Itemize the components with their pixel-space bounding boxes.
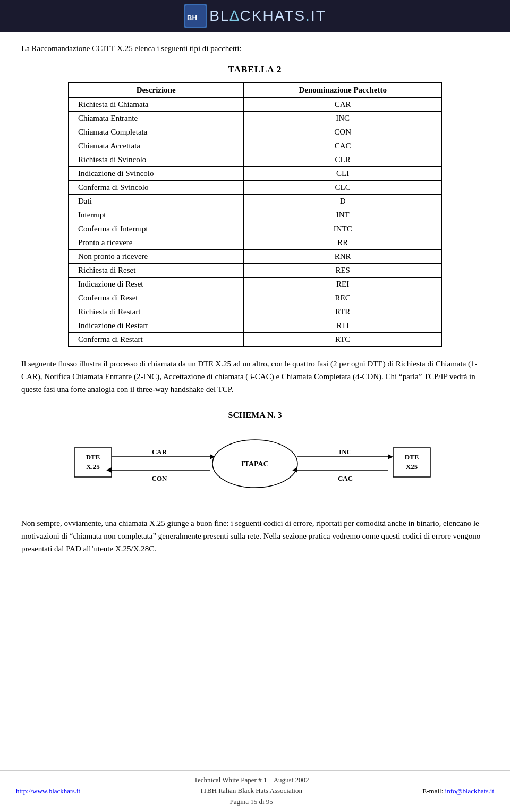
table-row: Chiamata AccettataCAC <box>69 139 442 153</box>
table-row: Conferma di ResetREC <box>69 291 442 305</box>
table-row: Conferma di InterruptINTC <box>69 222 442 236</box>
svg-text:ITAPAC: ITAPAC <box>241 460 269 468</box>
table-cell-denominazione: CLI <box>244 166 442 180</box>
footer-email-link[interactable]: info@blackhats.it <box>445 787 494 795</box>
table-cell-descrizione: Richiesta di Svincolo <box>69 153 244 166</box>
table-row: Conferma di RestartRTC <box>69 332 442 346</box>
table-cell-denominazione: CON <box>244 125 442 139</box>
table-cell-descrizione: Conferma di Restart <box>69 332 244 346</box>
table-row: DatiD <box>69 194 442 208</box>
table-cell-denominazione: INC <box>244 111 442 125</box>
footer-left[interactable]: http://www.blackhats.it <box>16 787 80 796</box>
table-row: Richiesta di RestartRTR <box>69 305 442 319</box>
packet-table: Descrizione Denominazione Pacchetto Rich… <box>68 82 442 347</box>
svg-text:BH: BH <box>187 14 197 22</box>
footer-center-line2: ITBH Italian Black Hats Association <box>80 785 422 797</box>
footer-center: Technical White Paper # 1 – August 2002 … <box>80 775 422 808</box>
logo-icon: BH <box>184 4 207 28</box>
schema-svg: DTE X.25 CAR CON ITAPAC INC CAC DTE <box>69 432 441 501</box>
table-cell-denominazione: REI <box>244 277 442 291</box>
table-cell-descrizione: Chiamata Entrante <box>69 111 244 125</box>
main-content: La Raccomandazione CCITT X.25 elenca i s… <box>0 32 510 608</box>
footer-center-line1: Technical White Paper # 1 – August 2002 <box>80 775 422 786</box>
page-footer: http://www.blackhats.it Technical White … <box>0 770 510 812</box>
table-cell-descrizione: Chiamata Accettata <box>69 139 244 153</box>
table-row: Pronto a ricevereRR <box>69 236 442 249</box>
footer-right: E-mail: info@blackhats.it <box>422 787 494 796</box>
col-descrizione-header: Descrizione <box>69 82 244 97</box>
footer-left-link[interactable]: http://www.blackhats.it <box>16 787 80 795</box>
table-cell-denominazione: RTI <box>244 319 442 332</box>
table-title: TABELLA 2 <box>21 64 489 75</box>
svg-marker-14 <box>388 454 393 459</box>
svg-text:INC: INC <box>339 448 352 456</box>
svg-text:CON: CON <box>152 474 168 482</box>
table-row: Indicazione di SvincoloCLI <box>69 166 442 180</box>
table-cell-descrizione: Conferma di Reset <box>69 291 244 305</box>
schema-diagram: DTE X.25 CAR CON ITAPAC INC CAC DTE <box>21 432 489 501</box>
svg-text:DTE: DTE <box>86 453 100 461</box>
table-cell-denominazione: RTR <box>244 305 442 319</box>
table-cell-descrizione: Indicazione di Reset <box>69 277 244 291</box>
footer-email-label: E-mail: <box>422 787 445 795</box>
table-cell-descrizione: Richiesta di Reset <box>69 263 244 277</box>
logo-text: BL∆CKHATS.IT <box>209 7 326 24</box>
table-cell-denominazione: RR <box>244 236 442 249</box>
svg-text:DTE: DTE <box>405 453 419 461</box>
table-cell-denominazione: RNR <box>244 249 442 263</box>
table-cell-denominazione: RES <box>244 263 442 277</box>
table-row: Conferma di SvincoloCLC <box>69 180 442 194</box>
table-cell-denominazione: CAC <box>244 139 442 153</box>
section2-text: Non sempre, ovviamente, una chiamata X.2… <box>21 517 489 555</box>
table-cell-descrizione: Pronto a ricevere <box>69 236 244 249</box>
table-cell-denominazione: RTC <box>244 332 442 346</box>
table-cell-descrizione: Richiesta di Restart <box>69 305 244 319</box>
logo: BH BL∆CKHATS.IT <box>184 4 326 28</box>
intro-paragraph: La Raccomandazione CCITT X.25 elenca i s… <box>21 43 489 55</box>
table-cell-descrizione: Non pronto a ricevere <box>69 249 244 263</box>
table-cell-descrizione: Conferma di Svincolo <box>69 180 244 194</box>
svg-text:CAR: CAR <box>152 448 167 456</box>
section1-text: Il seguente flusso illustra il processo … <box>21 357 489 396</box>
table-cell-denominazione: D <box>244 194 442 208</box>
table-cell-denominazione: CLC <box>244 180 442 194</box>
table-cell-denominazione: CLR <box>244 153 442 166</box>
table-row: Indicazione di RestartRTI <box>69 319 442 332</box>
schema-title: SCHEMA N. 3 <box>21 411 489 420</box>
svg-text:X.25: X.25 <box>86 463 100 471</box>
table-cell-denominazione: INTC <box>244 222 442 236</box>
svg-text:CAC: CAC <box>338 474 353 482</box>
table-row: InterruptINT <box>69 208 442 222</box>
table-row: Chiamata EntranteINC <box>69 111 442 125</box>
table-cell-descrizione: Chiamata Completata <box>69 125 244 139</box>
footer-center-line3: Pagina 15 di 95 <box>80 797 422 808</box>
table-row: Non pronto a ricevereRNR <box>69 249 442 263</box>
table-cell-denominazione: REC <box>244 291 442 305</box>
table-cell-descrizione: Interrupt <box>69 208 244 222</box>
table-row: Richiesta di ChiamataCAR <box>69 97 442 111</box>
table-row: Richiesta di ResetRES <box>69 263 442 277</box>
table-row: Richiesta di SvincoloCLR <box>69 153 442 166</box>
table-cell-descrizione: Richiesta di Chiamata <box>69 97 244 111</box>
table-cell-denominazione: INT <box>244 208 442 222</box>
table-cell-descrizione: Dati <box>69 194 244 208</box>
table-cell-descrizione: Indicazione di Restart <box>69 319 244 332</box>
table-cell-descrizione: Conferma di Interrupt <box>69 222 244 236</box>
table-row: Chiamata CompletataCON <box>69 125 442 139</box>
table-cell-denominazione: CAR <box>244 97 442 111</box>
page-header: BH BL∆CKHATS.IT <box>0 0 510 32</box>
table-cell-descrizione: Indicazione di Svincolo <box>69 166 244 180</box>
svg-text:X25: X25 <box>406 463 418 471</box>
table-row: Indicazione di ResetREI <box>69 277 442 291</box>
col-denominazione-header: Denominazione Pacchetto <box>244 82 442 97</box>
